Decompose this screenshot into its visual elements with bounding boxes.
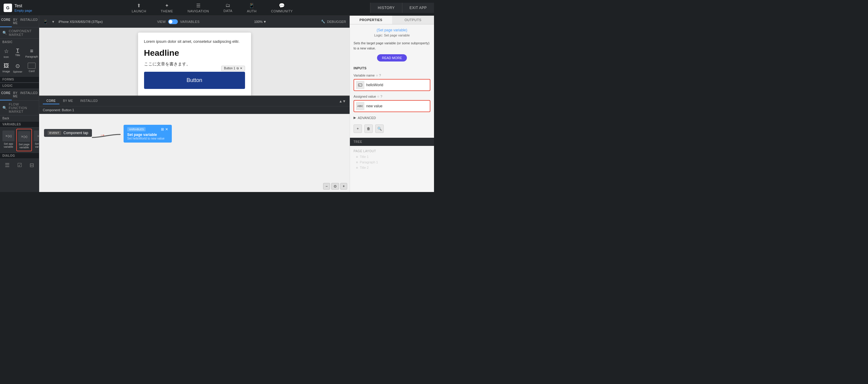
event-badge: EVENT: [48, 131, 61, 135]
logic-tab-installed[interactable]: INSTALLED: [19, 89, 39, 100]
back-label: Back: [0, 116, 39, 121]
logic-tab-byme[interactable]: BY ME: [12, 89, 19, 100]
component-spinner[interactable]: ⊙ Spinner: [12, 61, 24, 75]
icon-component-icon: ☆: [4, 48, 9, 55]
component-search-bar[interactable]: 🔍 COMPONENT MARKET: [0, 27, 39, 39]
zoom-out-button[interactable]: −: [323, 183, 330, 190]
logic-section-label: LOGIC: [0, 83, 39, 89]
sidebar-tab-installed[interactable]: INSTALLED: [19, 16, 39, 27]
logic-tab-byme[interactable]: BY ME: [59, 98, 76, 104]
component-image[interactable]: 🖼 Image: [1, 61, 11, 75]
advanced-toggle[interactable]: ▶ ADVANCED: [353, 116, 430, 120]
zoom-selector[interactable]: 100% ▼: [254, 20, 267, 24]
logic-canvas[interactable]: EVENT Component tap → VARIABLES ⊞ ✕ Set …: [39, 114, 350, 192]
component-icon[interactable]: ☆ Icon: [1, 46, 11, 60]
theme-icon: ✦: [165, 3, 169, 8]
tree-item-title2[interactable]: ○ Title 2: [353, 165, 430, 170]
assigned-value-help-icon: ?: [380, 95, 382, 98]
variable-name-text: Variable name: [353, 73, 375, 77]
set-page-variable-item[interactable]: ⨯(x) Set pagevariable: [16, 129, 32, 151]
component-card[interactable]: Card: [24, 61, 39, 75]
set-page-variable-link[interactable]: (Set page variable): [353, 28, 430, 32]
tree-item-paragraph1[interactable]: ○ Paragraph 1: [353, 159, 430, 165]
auth-icon: 📱: [249, 3, 255, 8]
history-button[interactable]: HISTORY: [370, 3, 402, 13]
tree-dot-3: ○: [356, 166, 358, 169]
variable-name-help-icon: ?: [379, 73, 381, 77]
nav-navigation[interactable]: ☰ NAVIGATION: [180, 0, 216, 15]
flow-search-text: FLOW FUNCTION MARKET: [9, 102, 36, 113]
node-expand-icon[interactable]: ⊞: [161, 127, 164, 131]
view-toggle-track[interactable]: [168, 19, 178, 24]
nav-data[interactable]: 🗂 DATA: [216, 0, 240, 15]
set-data-variable-item[interactable]: ⨯(x) Set datavariable: [33, 129, 39, 151]
nav-actions: HISTORY EXIT APP: [370, 3, 434, 13]
flow-search-bar[interactable]: 🔍 FLOW FUNCTION MARKET: [0, 101, 39, 116]
tree-section: TREE: [350, 138, 434, 146]
community-label: COMMUNITY: [271, 9, 293, 13]
assigned-value-input-row: ABC new value: [353, 100, 430, 112]
set-page-variable-icon: ⨯(x): [18, 131, 30, 142]
logic-tab-core[interactable]: CORE: [43, 98, 59, 104]
canvas-zoom-controls: − ⊙ +: [323, 183, 347, 190]
sidebar-tab-core[interactable]: CORE: [0, 16, 12, 27]
logic-collapse-arrows[interactable]: ▲▼: [339, 99, 346, 103]
badge-copy-icon[interactable]: ⧉: [237, 67, 239, 70]
app-logo-icon[interactable]: G: [4, 4, 12, 12]
preview-button[interactable]: Button: [144, 72, 245, 89]
nav-launch[interactable]: ⬆ LAUNCH: [124, 0, 153, 15]
logic-toolbar: CORE BY ME INSTALLED ▲▼: [39, 96, 350, 106]
dialog-items-grid: ☰ ☑ ⊟: [0, 159, 39, 171]
nav-theme[interactable]: ✦ THEME: [153, 0, 180, 15]
assigned-value-group: Assigned value ○ ? ABC new value: [353, 95, 430, 112]
search-node-button[interactable]: 🔍: [375, 125, 384, 133]
debugger-button[interactable]: 🔧 DEBUGGER: [321, 20, 346, 24]
dialog-item-1[interactable]: ☰: [1, 160, 13, 170]
badge-close-icon[interactable]: ✕: [240, 67, 242, 70]
add-node-button[interactable]: +: [353, 125, 362, 133]
zoom-in-button[interactable]: +: [340, 183, 347, 190]
svg-text:x: x: [359, 84, 360, 86]
event-node: EVENT Component tap: [44, 129, 92, 137]
node-close-icon[interactable]: ✕: [165, 127, 168, 131]
app-subtitle[interactable]: Empty page: [14, 9, 32, 12]
image-component-icon: 🖼: [4, 63, 9, 69]
title-component-icon: T̲: [16, 48, 19, 53]
logic-component-tabs: CORE BY ME INSTALLED: [43, 98, 101, 104]
sidebar-tab-byme[interactable]: BY ME: [12, 16, 19, 27]
image-label: Image: [2, 70, 10, 73]
set-page-variable-node[interactable]: VARIABLES ⊞ ✕ Set page variable Set hell…: [124, 125, 172, 142]
variable-name-input-row: x: [353, 79, 430, 91]
variable-name-field[interactable]: [366, 83, 428, 87]
canvas-toolbar: 📱 ▼ iPhone XS/X/6/6S/7/8 (375px) VIEW VA…: [39, 16, 350, 28]
tree-item-title1[interactable]: ○ Title 1: [353, 154, 430, 159]
component-paragraph[interactable]: ≡ Paragraph: [24, 46, 39, 60]
assigned-value-field[interactable]: new value: [366, 104, 382, 108]
outputs-tab[interactable]: OUTPUTS: [392, 16, 434, 24]
set-app-variable-icon: ⨯(x): [2, 130, 14, 141]
logic-tab-installed[interactable]: INSTALLED: [76, 98, 101, 104]
exit-button[interactable]: EXIT APP: [402, 3, 434, 13]
basic-components-grid: ☆ Icon T̲ Title ≡ Paragraph 🖼 Image ⊙ Sp…: [0, 45, 39, 76]
basic-section-label: BASIC: [0, 39, 39, 45]
delete-node-button[interactable]: 🗑: [364, 125, 373, 133]
action-icons: + 🗑 🔍: [353, 125, 430, 133]
dialog-item-3[interactable]: ⊟: [26, 160, 38, 170]
read-more-button[interactable]: READ MORE: [377, 54, 407, 62]
component-title[interactable]: T̲ Title: [12, 46, 24, 60]
zoom-fit-button[interactable]: ⊙: [331, 183, 339, 190]
device-selector[interactable]: iPhone XS/X/6/6S/7/8 (375px): [59, 20, 103, 24]
set-app-variable-item[interactable]: ⨯(x) Set appvariable: [1, 129, 16, 151]
chevron-right-icon: ▶: [353, 116, 356, 120]
logic-tab-core[interactable]: CORE: [0, 89, 12, 100]
dialog-icon-2: ☑: [17, 162, 22, 168]
nav-community[interactable]: 💬 COMMUNITY: [264, 0, 300, 15]
properties-tab[interactable]: PROPERTIES: [350, 16, 392, 24]
app-title: Test: [14, 3, 32, 8]
variables-toggle-label: VARIABLES: [180, 20, 200, 24]
dialog-item-2[interactable]: ☑: [13, 160, 25, 170]
debugger-label: DEBUGGER: [327, 20, 346, 24]
assigned-value-label: Assigned value ○ ?: [353, 95, 430, 98]
nav-auth[interactable]: 📱 AUTH: [240, 0, 264, 15]
top-navigation: G Test Empty page ⬆ LAUNCH ✦ THEME ☰ NAV…: [0, 0, 434, 16]
